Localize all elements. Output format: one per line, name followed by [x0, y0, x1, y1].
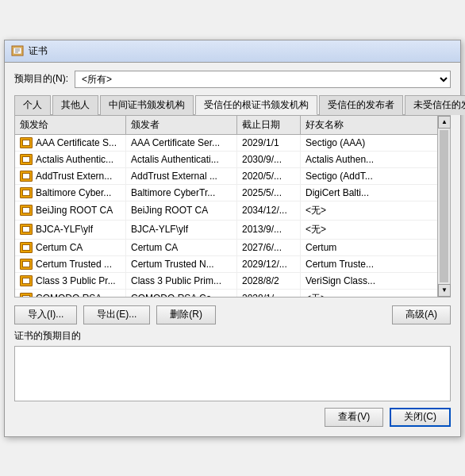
cell-issued-to: Baltimore Cyber...: [15, 185, 126, 201]
cert-icon: [20, 242, 33, 253]
table-row[interactable]: AddTrust Extern... AddTrust External ...…: [15, 168, 437, 185]
cell-friendly: Sectigo (AAA): [301, 135, 437, 151]
purpose-dropdown[interactable]: <所有>: [75, 71, 451, 88]
cell-issued-by: Actalis Authenticati...: [126, 152, 237, 167]
cell-friendly: Sectigo (AddT...: [301, 168, 437, 184]
scroll-down-button[interactable]: ▼: [438, 284, 451, 297]
table-inner: 颁发给 颁发者 截止日期 好友名称 AAA Certificate S... A…: [15, 116, 437, 297]
window-icon: [11, 44, 24, 57]
table-row[interactable]: COMODO RSA ... COMODO RSA Ce... 2038/1/.…: [15, 290, 437, 297]
cell-issued-to: Class 3 Public Pr...: [15, 273, 126, 289]
cert-icon: [20, 224, 33, 235]
purpose-combo-wrapper: <所有>: [75, 71, 451, 88]
col-header-issued-by: 颁发者: [126, 116, 237, 134]
cell-friendly: DigiCert Balti...: [301, 185, 437, 201]
table-row[interactable]: Certum CA Certum CA 2027/6/... Certum: [15, 240, 437, 256]
cell-expiry: 2027/6/...: [237, 240, 301, 255]
cell-issued-to: COMODO RSA ...: [15, 290, 126, 297]
table-row[interactable]: Class 3 Public Pr... Class 3 Public Prim…: [15, 273, 437, 290]
cell-friendly: Certum Truste...: [301, 256, 437, 272]
scrollbar[interactable]: ▲ ▼: [437, 116, 450, 297]
cell-issued-to: BeiJing ROOT CA: [15, 202, 126, 220]
cell-issued-to: AddTrust Extern...: [15, 168, 126, 184]
cell-issued-by: Baltimore CyberTr...: [126, 185, 237, 201]
cell-issued-to: Certum CA: [15, 240, 126, 255]
scroll-thumb[interactable]: [440, 130, 448, 282]
tab-others[interactable]: 其他人: [52, 95, 98, 115]
cell-friendly: VeriSign Class...: [301, 273, 437, 289]
tab-trusted-root[interactable]: 受信任的根证书颁发机构: [195, 95, 317, 115]
certificate-table: 颁发给 颁发者 截止日期 好友名称 AAA Certificate S... A…: [14, 115, 451, 298]
cert-purpose-label: 证书的预期目的: [14, 329, 451, 343]
cell-issued-to: AAA Certificate S...: [15, 135, 126, 151]
import-button[interactable]: 导入(I)...: [14, 305, 77, 324]
cell-issued-by: AAA Certificate Ser...: [126, 135, 237, 151]
table-row[interactable]: Certum Trusted ... Certum Trusted N... 2…: [15, 256, 437, 273]
cell-issued-to: Actalis Authentic...: [15, 152, 126, 167]
col-header-issued-to: 颁发给: [15, 116, 126, 134]
view-button[interactable]: 查看(V): [325, 408, 383, 427]
purpose-label: 预期目的(N):: [14, 72, 68, 86]
cert-icon: [20, 171, 33, 182]
cell-issued-by: AddTrust External ...: [126, 168, 237, 184]
cell-friendly: <无>: [301, 290, 437, 297]
action-buttons-row: 导入(I)... 导出(E)... 删除(R) 高级(A): [14, 305, 451, 324]
tab-untrusted-publisher[interactable]: 未受信任的发布者: [405, 95, 465, 115]
cert-purpose-box: [14, 346, 451, 401]
cert-icon: [20, 275, 33, 286]
cert-icon: [20, 293, 33, 297]
cert-icon: [20, 154, 33, 165]
close-button[interactable]: 关闭(C): [390, 408, 451, 427]
tab-bar: 个人 其他人 中间证书颁发机构 受信任的根证书颁发机构 受信任的发布者 未受信任…: [14, 94, 451, 115]
purpose-row: 预期目的(N): <所有>: [14, 71, 451, 88]
cell-expiry: 2013/9/...: [237, 221, 301, 239]
cell-expiry: 2038/1/...: [237, 290, 301, 297]
col-header-friendly: 好友名称: [301, 116, 437, 134]
cell-friendly: Certum: [301, 240, 437, 255]
cell-friendly: <无>: [301, 221, 437, 239]
table-row[interactable]: BJCA-YLF\ylf BJCA-YLF\ylf 2013/9/... <无>: [15, 221, 437, 240]
cert-icon: [20, 205, 33, 216]
cell-issued-by: Certum Trusted N...: [126, 256, 237, 272]
table-row[interactable]: Actalis Authentic... Actalis Authenticat…: [15, 152, 437, 168]
cell-expiry: 2034/12/...: [237, 202, 301, 220]
tab-personal[interactable]: 个人: [14, 95, 51, 115]
cell-expiry: 2029/12/...: [237, 256, 301, 272]
delete-button[interactable]: 删除(R): [156, 305, 216, 324]
title-bar: 证书: [5, 40, 460, 63]
cell-friendly: Actalis Authen...: [301, 152, 437, 167]
tab-trusted-publisher[interactable]: 受信任的发布者: [319, 95, 403, 115]
tab-intermediate[interactable]: 中间证书颁发机构: [100, 95, 194, 115]
cell-expiry: 2028/8/2: [237, 273, 301, 289]
scroll-up-button[interactable]: ▲: [438, 116, 451, 129]
table-body: AAA Certificate S... AAA Certificate Ser…: [15, 135, 437, 297]
cert-icon: [20, 259, 33, 270]
certificate-window: 证书 预期目的(N): <所有> 个人 其他人 中间证书颁发机构 受信任的根证书…: [4, 40, 461, 437]
col-header-expiry: 截止日期: [237, 116, 301, 134]
main-content: 预期目的(N): <所有> 个人 其他人 中间证书颁发机构 受信任的根证书颁发机…: [5, 63, 460, 436]
advanced-button[interactable]: 高级(A): [392, 305, 451, 324]
cert-icon: [20, 137, 33, 148]
cell-issued-to: Certum Trusted ...: [15, 256, 126, 272]
cell-issued-by: BeiJing ROOT CA: [126, 202, 237, 220]
footer-buttons: 查看(V) 关闭(C): [14, 408, 451, 427]
cell-expiry: 2030/9/...: [237, 152, 301, 167]
table-row[interactable]: BeiJing ROOT CA BeiJing ROOT CA 2034/12/…: [15, 202, 437, 221]
table-header: 颁发给 颁发者 截止日期 好友名称: [15, 116, 437, 135]
table-row[interactable]: AAA Certificate S... AAA Certificate Ser…: [15, 135, 437, 152]
cell-expiry: 2025/5/...: [237, 185, 301, 201]
cell-expiry: 2029/1/1: [237, 135, 301, 151]
cell-issued-by: BJCA-YLF\ylf: [126, 221, 237, 239]
cert-icon: [20, 187, 33, 198]
table-row[interactable]: Baltimore Cyber... Baltimore CyberTr... …: [15, 185, 437, 202]
cell-expiry: 2020/5/...: [237, 168, 301, 184]
cell-friendly: <无>: [301, 202, 437, 220]
cell-issued-by: Class 3 Public Prim...: [126, 273, 237, 289]
cell-issued-to: BJCA-YLF\ylf: [15, 221, 126, 239]
cell-issued-by: Certum CA: [126, 240, 237, 255]
export-button[interactable]: 导出(E)...: [83, 305, 150, 324]
cell-issued-by: COMODO RSA Ce...: [126, 290, 237, 297]
title-text: 证书: [29, 44, 454, 58]
